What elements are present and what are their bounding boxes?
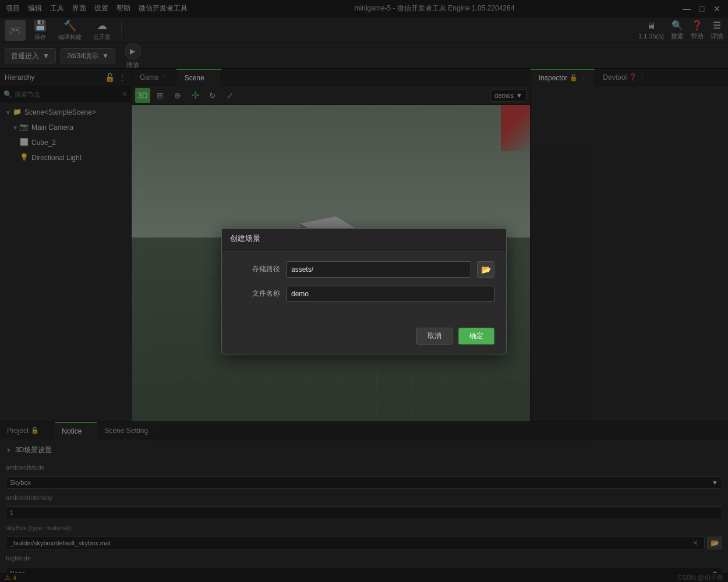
storage-path-input[interactable]	[286, 261, 471, 278]
modal-footer: 取消 确定	[222, 322, 506, 354]
storage-path-row: 存储路径 📂	[234, 261, 494, 278]
modal-overlay[interactable]: 创建场景 存储路径 📂 文件名称 取消 确定	[0, 0, 728, 582]
create-scene-modal: 创建场景 存储路径 📂 文件名称 取消 确定	[221, 228, 507, 354]
file-name-label: 文件名称	[234, 289, 280, 299]
modal-header: 创建场景	[222, 229, 506, 250]
modal-title: 创建场景	[230, 233, 260, 244]
cancel-button[interactable]: 取消	[416, 328, 453, 345]
file-name-input[interactable]	[286, 286, 494, 302]
file-name-row: 文件名称	[234, 286, 494, 302]
modal-body: 存储路径 📂 文件名称	[222, 250, 506, 322]
storage-path-label: 存储路径	[234, 264, 280, 274]
storage-path-browse-button[interactable]: 📂	[477, 261, 494, 278]
confirm-button[interactable]: 确定	[458, 328, 494, 345]
